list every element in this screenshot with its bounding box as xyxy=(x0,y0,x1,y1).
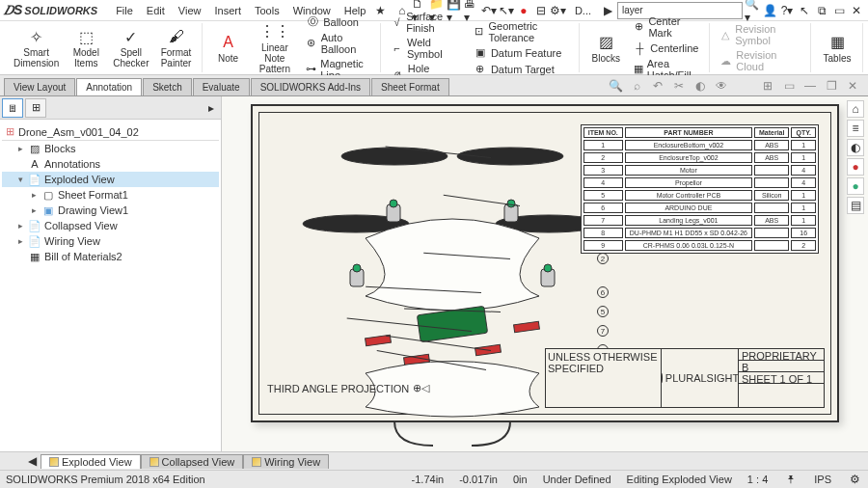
print-icon[interactable]: 🖶▾ xyxy=(464,3,479,18)
tree-drawing-view[interactable]: ▸▣Drawing View1 xyxy=(2,203,219,218)
note-button[interactable]: ANote xyxy=(209,31,248,66)
select-icon[interactable]: ↖▾ xyxy=(499,3,514,18)
tree-sheet-format[interactable]: ▸▢Sheet Format1 xyxy=(2,187,219,203)
restore-icon[interactable]: ⧉ xyxy=(814,3,829,18)
zoom-fit-icon[interactable]: 🔍 xyxy=(608,78,623,94)
options-icon[interactable]: ⊟ xyxy=(533,3,549,18)
format-painter-button[interactable]: 🖌FormatPainter xyxy=(157,25,196,70)
balloon-button[interactable]: ⓄBalloon xyxy=(302,14,373,30)
blocks-button[interactable]: ▨Blocks xyxy=(586,31,625,66)
tree-exploded-view[interactable]: ▾📄Exploded View xyxy=(2,172,219,187)
tables-button[interactable]: ▦Tables xyxy=(818,31,856,66)
hut-decal-icon[interactable]: ▤ xyxy=(847,197,864,214)
display-style-icon[interactable]: ◐ xyxy=(692,78,708,94)
hut-scene-icon[interactable]: ● xyxy=(847,177,864,195)
window-cascade-icon[interactable]: ▭ xyxy=(781,78,797,94)
spell-check-button[interactable]: ✓SpellChecker xyxy=(109,25,152,70)
tree-tab-property[interactable]: ⊞ xyxy=(25,98,46,118)
title-notes: UNLESS OTHERWISE SPECIFIED xyxy=(548,351,659,374)
datum-feature-button[interactable]: ▣Datum Feature xyxy=(470,45,573,61)
tab-annotation[interactable]: Annotation xyxy=(76,78,142,95)
search-cmd-icon[interactable]: ▶ xyxy=(600,3,615,18)
window-close-icon[interactable]: ✕ xyxy=(845,78,860,94)
sheet-tab-exploded[interactable]: Exploded View xyxy=(41,454,141,469)
status-y: -0.017in xyxy=(459,474,498,485)
status-state: Under Defined xyxy=(543,474,611,485)
hut-display-icon[interactable]: ◐ xyxy=(847,139,864,156)
tab-evaluate[interactable]: Evaluate xyxy=(193,78,250,95)
hut-home-icon[interactable]: ⌂ xyxy=(847,100,864,118)
settings-icon[interactable]: ⚙▾ xyxy=(551,3,566,18)
window-dropdown[interactable]: D... xyxy=(568,3,598,18)
user-icon[interactable]: 👤 xyxy=(762,3,777,18)
window-tile-icon[interactable]: ⊞ xyxy=(760,78,775,94)
tree-wiring-view[interactable]: ▸📄Wiring View xyxy=(2,233,219,249)
title-size: B xyxy=(739,361,824,372)
sheet-tabs: ◀ Exploded View Collapsed View Wiring Vi… xyxy=(0,451,868,470)
bom-table[interactable]: ITEM NO.PART NUMBERMaterialQTY. 1Enclosu… xyxy=(581,124,819,254)
table-row: 5Motor Controller PCBSilicon1 xyxy=(583,190,816,201)
hut-appearance-icon[interactable]: ● xyxy=(847,158,864,176)
table-row: 7Landing Legs_v001ABS1 xyxy=(583,215,816,226)
status-lock-icon[interactable]: 🖈 xyxy=(783,472,799,487)
geo-tolerance-button[interactable]: ⊡Geometric Tolerance xyxy=(470,19,573,44)
close-icon[interactable]: ✕ xyxy=(849,3,864,18)
window-restore-icon[interactable]: ❐ xyxy=(824,78,839,94)
auto-balloon-button[interactable]: ⊛Auto Balloon xyxy=(302,31,373,56)
note-pattern-button[interactable]: ⋮⋮Linear NotePattern xyxy=(252,20,299,76)
sheet-tab-wiring[interactable]: Wiring View xyxy=(243,454,329,469)
undo-icon[interactable]: ↶▾ xyxy=(481,3,497,18)
zoom-area-icon[interactable]: ⌕ xyxy=(629,78,644,94)
tab-sketch[interactable]: Sketch xyxy=(143,78,192,95)
help-icon[interactable]: ?▾ xyxy=(779,3,795,18)
sheet-tab-collapsed[interactable]: Collapsed View xyxy=(141,454,244,469)
hut-layers-icon[interactable]: ≡ xyxy=(847,120,864,137)
balloon-2[interactable]: 2 xyxy=(597,253,609,264)
status-gear-icon[interactable]: ⚙ xyxy=(847,472,862,487)
surface-finish-button[interactable]: √Surface Finish xyxy=(388,10,466,35)
revision-cloud-button: ☁Revision Cloud xyxy=(717,48,804,73)
prev-view-icon[interactable]: ↶ xyxy=(650,78,665,94)
drawing-canvas[interactable]: 4 3 2 6 5 7 1 1 ITEM NO.PART NUMBERMater… xyxy=(222,96,868,451)
balloon-6[interactable]: 6 xyxy=(597,286,609,298)
sheet-nav-prev-icon[interactable]: ◀ xyxy=(23,453,41,469)
tree-tab-feature[interactable]: 🗏 xyxy=(2,98,23,118)
menu-file[interactable]: File xyxy=(109,3,140,18)
rebuild-icon[interactable]: ● xyxy=(516,3,531,18)
window-min-icon[interactable]: — xyxy=(802,78,818,94)
drawing-sheet: 4 3 2 6 5 7 1 1 ITEM NO.PART NUMBERMater… xyxy=(251,104,839,422)
status-units[interactable]: IPS xyxy=(814,474,831,485)
status-scale[interactable]: 1 : 4 xyxy=(747,474,768,485)
section-icon[interactable]: ✂ xyxy=(671,78,687,94)
menu-insert[interactable]: Insert xyxy=(207,3,248,18)
tree-doc-root[interactable]: ⊞Drone_Asm_v001_04_02 xyxy=(2,123,219,141)
balloon-5[interactable]: 5 xyxy=(597,306,609,317)
maximize-icon[interactable]: ▭ xyxy=(831,3,847,18)
tree-bom[interactable]: ▦Bill of Materials2 xyxy=(2,249,219,264)
hide-show-icon[interactable]: 👁 xyxy=(714,78,729,94)
tree-collapsed-view[interactable]: ▸📄Collapsed View xyxy=(2,218,219,233)
revision-symbol-button: △Revision Symbol xyxy=(717,22,804,47)
menu-view[interactable]: View xyxy=(172,3,208,18)
smart-dimension-button[interactable]: ✧SmartDimension xyxy=(10,25,63,70)
search-glass-icon[interactable]: 🔍▾ xyxy=(745,3,760,18)
star-icon[interactable]: ★ xyxy=(372,3,388,18)
balloon-7[interactable]: 7 xyxy=(597,325,609,337)
centerline-button[interactable]: ┼Centerline xyxy=(629,41,702,56)
menu-tools[interactable]: Tools xyxy=(248,3,286,18)
tab-view-layout[interactable]: View Layout xyxy=(4,78,75,95)
tree-annotations[interactable]: AAnnotations xyxy=(2,156,219,172)
tab-addins[interactable]: SOLIDWORKS Add-Ins xyxy=(251,78,370,95)
work-area: 🗏 ⊞ ▸ ⊞Drone_Asm_v001_04_02 ▸▨Blocks AAn… xyxy=(0,96,868,451)
app-logo: 𝐷SSOLIDWORKS xyxy=(4,2,97,18)
command-tabs: View Layout Annotation Sketch Evaluate S… xyxy=(0,75,868,96)
weld-symbol-button[interactable]: ⌐Weld Symbol xyxy=(388,36,466,61)
feature-tree: ⊞Drone_Asm_v001_04_02 ▸▨Blocks AAnnotati… xyxy=(0,120,221,451)
tab-sheet-format[interactable]: Sheet Format xyxy=(371,78,449,95)
tree-blocks[interactable]: ▸▨Blocks xyxy=(2,141,219,156)
menu-edit[interactable]: Edit xyxy=(140,3,172,18)
model-items-button[interactable]: ⬚ModelItems xyxy=(67,25,105,70)
panel-menu-icon[interactable]: ▸ xyxy=(203,100,219,116)
center-mark-button[interactable]: ⊕Center Mark xyxy=(629,14,702,40)
status-z: 0in xyxy=(513,474,528,485)
